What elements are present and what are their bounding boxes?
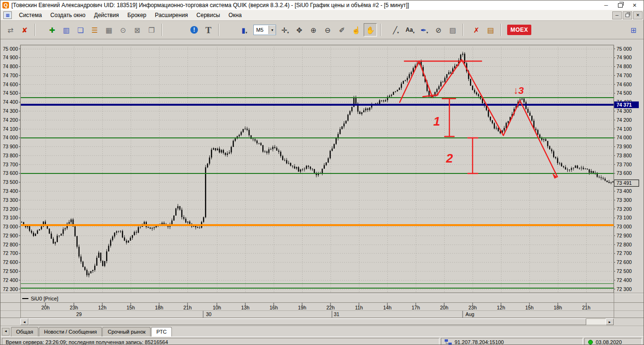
toolbar-separator (380, 24, 381, 36)
chart-scrollbar: ◄ ► (0, 318, 644, 326)
zoom-frame-glyph: ⊞ (631, 27, 637, 34)
toolbar-right: ⊞ (626, 23, 641, 36)
toolbar: ⇄✘✚▥❏☰▦⊙⊠❐!T▮▾M5▾✛▾✥⊕⊖✐☝✋╱▾Aa▾✒▾⊘▨✗▤MOEX… (0, 21, 644, 39)
price-label-left: 74 600 (3, 82, 18, 87)
price-label-right: 74 300 (617, 108, 632, 114)
text-label-icon[interactable]: T (202, 23, 215, 36)
price-label-right: 72 700 (617, 250, 632, 256)
price-label-left: 72 700 (3, 250, 18, 256)
print-table-icon[interactable]: ▦ (102, 23, 116, 36)
find-table-icon[interactable]: ⊙ (116, 23, 130, 36)
status-bar: Время сервера: 23:26:09; последняя получ… (0, 336, 644, 345)
tab-4[interactable]: РТС (151, 327, 172, 336)
scrollbar-thumb[interactable] (28, 318, 586, 325)
mdi-system-icon[interactable]: ▦ (3, 11, 12, 19)
toolbar-group-3: !T (187, 23, 215, 36)
zoom-in-icon[interactable]: ⊕ (307, 23, 320, 36)
price-label-right: 74 200 (617, 117, 632, 123)
time-tick-label: 21h (582, 305, 590, 310)
chart-table-icon[interactable]: ▥ (60, 23, 73, 36)
price-label-right: 75 000 (617, 46, 632, 52)
connection-status: 91.207.78.204:15100 (441, 338, 583, 345)
connect-icon[interactable]: ⇄ (4, 23, 17, 36)
menu-item-7[interactable]: Окна (224, 10, 246, 20)
menu-item-5[interactable]: Расширения (151, 10, 192, 20)
drag-hand-icon[interactable]: ✋ (364, 23, 377, 36)
price-label-left: 74 200 (3, 117, 18, 123)
quotes-table-icon[interactable]: ☰ (88, 23, 101, 36)
price-label-left: 73 200 (3, 206, 18, 212)
price-chart[interactable]: 72 30072 30072 40072 40072 50072 50072 6… (0, 39, 644, 318)
hide-drawings-icon[interactable]: ⊘ (432, 23, 445, 36)
price-label-left: 72 400 (3, 277, 18, 283)
moex-button[interactable]: MOEX (507, 25, 531, 35)
menu-item-1[interactable]: Система (15, 10, 46, 20)
price-label-right: 72 400 (617, 277, 632, 283)
chart-type-icon[interactable]: ▮▾ (238, 23, 251, 36)
price-label-left: 74 300 (3, 108, 18, 114)
mdi-minimize-button[interactable]: ─ (612, 11, 622, 19)
hide-drawings-glyph: ⊘ (436, 27, 442, 34)
draw-tool-icon[interactable]: ✒▾ (418, 23, 431, 36)
scrollbar-left-button[interactable]: ◄ (20, 318, 28, 325)
disconnect-key-icon[interactable]: ✘ (18, 23, 31, 36)
price-label-left: 73 000 (3, 224, 18, 229)
plot-area[interactable] (20, 45, 614, 293)
pointer-hand-icon[interactable]: ☝ (349, 23, 363, 36)
time-tick-label: 16h (269, 305, 278, 310)
time-tick-label: 21h (183, 305, 192, 310)
tab-3[interactable]: Срочный рынок (102, 327, 151, 336)
connection-ok-icon (588, 340, 593, 345)
delete-drawing-icon[interactable]: ✗ (470, 23, 483, 36)
price-label-right: 74 600 (617, 82, 632, 87)
time-tick-label: 14h (383, 305, 392, 310)
text-tool-icon[interactable]: Aa▾ (403, 23, 417, 36)
menu-item-6[interactable]: Сервисы (192, 10, 224, 20)
zoom-out-icon[interactable]: ⊖ (321, 23, 334, 36)
create-table-icon[interactable]: ✚ (45, 23, 59, 36)
tab-1[interactable]: Общая (11, 327, 38, 336)
erase-tool-glyph: ▨ (449, 27, 456, 34)
menu-item-4[interactable]: Брокер (123, 10, 151, 20)
text-tool-glyph: Aa (406, 27, 413, 33)
price-label-left: 73 500 (3, 179, 18, 185)
date-label: Aug (465, 311, 474, 317)
line-tool-glyph: ╱ (393, 27, 397, 34)
interval-value: M5 (254, 27, 268, 33)
price-label-left: 73 700 (3, 162, 18, 167)
crosshair-icon[interactable]: ✛▾ (278, 23, 292, 36)
ruler-icon[interactable]: ✐ (335, 23, 349, 36)
menu-item-3[interactable]: Действия (90, 10, 124, 20)
price-label-right: 73 100 (617, 215, 632, 220)
scrollbar-right-button[interactable]: ► (606, 318, 614, 325)
menu-bar: ▦ СистемаСоздать окноДействияБрокерРасши… (0, 10, 644, 21)
tab-2[interactable]: Новости / Сообщения (39, 327, 102, 336)
move-chart-icon[interactable]: ✥ (293, 23, 306, 36)
title-bar: Q [Товескин Евгений Александрович UID: 1… (0, 0, 644, 10)
minimize-button[interactable]: ─ (599, 1, 613, 9)
alert-icon[interactable]: ! (188, 23, 201, 36)
copy-table-icon[interactable]: ❐ (145, 23, 158, 36)
price-label-right: 73 800 (617, 153, 632, 158)
new-chart-window-icon[interactable]: ❏ (74, 23, 87, 36)
close-table-icon[interactable]: ⊠ (131, 23, 144, 36)
toolbar-separator (463, 24, 464, 36)
time-tick-label: 18h (554, 305, 562, 310)
chevron-down-icon: ▾ (427, 31, 429, 35)
summary-table-icon[interactable]: ▤ (484, 23, 497, 36)
restore-button[interactable] (613, 1, 627, 9)
disconnect-key-glyph: ✘ (22, 27, 28, 34)
erase-tool-icon[interactable]: ▨ (446, 23, 459, 36)
mdi-close-button[interactable]: ✕ (633, 11, 643, 19)
line-tool-icon[interactable]: ╱▾ (389, 23, 402, 36)
price-label-right: 73 700 (617, 162, 632, 167)
close-button[interactable]: ✕ (627, 1, 642, 9)
interval-select[interactable]: M5▾ (253, 25, 276, 35)
zoom-frame-icon[interactable]: ⊞ (627, 23, 640, 36)
menu-item-2[interactable]: Создать окно (46, 10, 89, 20)
mdi-restore-button[interactable] (623, 11, 632, 19)
price-label-right: 73 200 (617, 206, 632, 212)
tab-scroll-left-button[interactable]: ◄ (2, 328, 9, 336)
time-tick-label: 22h (326, 305, 335, 310)
price-label-left: 72 300 (3, 286, 18, 292)
